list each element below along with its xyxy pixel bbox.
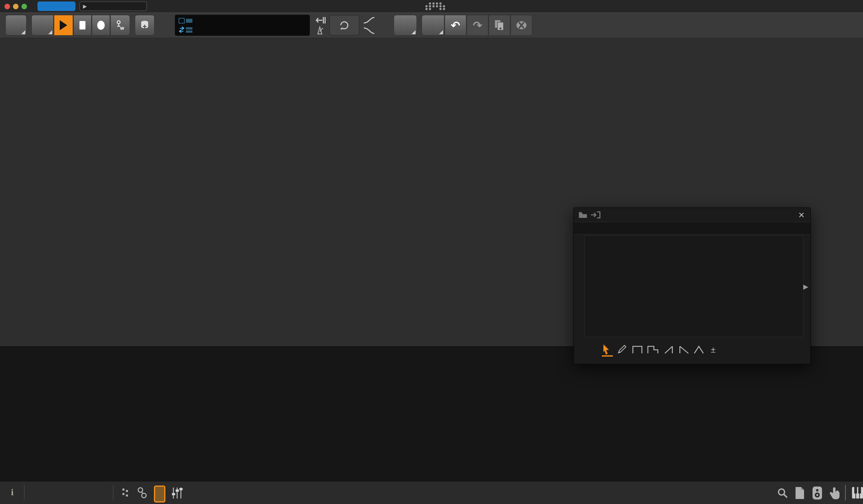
import-icon[interactable] — [590, 211, 600, 218]
stop-button[interactable] — [73, 15, 91, 36]
device-panel — [0, 346, 863, 482]
record-icon — [97, 21, 105, 30]
metronome-icon[interactable] — [314, 26, 325, 35]
piano-keyboard-icon[interactable] — [851, 487, 863, 499]
folder-icon[interactable] — [578, 211, 587, 218]
note-fx-icon[interactable] — [137, 487, 148, 499]
triangle-tool-icon[interactable] — [693, 345, 704, 354]
add-track-button[interactable] — [394, 15, 417, 36]
flame-titlebar[interactable]: ✕ — [574, 208, 810, 222]
ramp-down-tool-icon[interactable] — [678, 345, 689, 354]
traffic-zoom[interactable] — [22, 4, 27, 9]
loop-button[interactable] — [329, 15, 359, 36]
edit-menu-button[interactable] — [422, 15, 444, 36]
svg-text:w: w — [120, 25, 124, 31]
pointer-tool-icon[interactable] — [601, 344, 611, 355]
title-bar: ▶ — [0, 0, 863, 12]
punch-in-icon[interactable] — [314, 16, 326, 25]
step2-tool-icon[interactable] — [647, 345, 659, 354]
search-icon[interactable] — [777, 487, 789, 499]
flame-ruler[interactable] — [574, 222, 810, 235]
play-button[interactable] — [54, 15, 73, 36]
touch-icon[interactable] — [829, 487, 840, 500]
file-browser-icon[interactable] — [795, 487, 805, 500]
flame-curve-editor[interactable] — [585, 235, 803, 337]
project-tab[interactable]: ▶ — [79, 1, 147, 11]
delete-button[interactable] — [511, 15, 532, 36]
duplicate-button[interactable] — [489, 15, 510, 36]
fade-out-icon[interactable] — [363, 27, 375, 35]
dual-panel-icon[interactable] — [122, 488, 133, 499]
record-button[interactable] — [92, 15, 110, 36]
flame-step-arrow[interactable]: ▶ — [803, 283, 808, 291]
traffic-close[interactable] — [4, 4, 10, 9]
stop-icon — [79, 21, 86, 29]
flame-close-icon[interactable]: ✕ — [798, 210, 805, 220]
bitwig-window: ▶ w — [0, 0, 863, 504]
info-icon[interactable]: i — [11, 487, 13, 497]
fade-in-icon[interactable] — [363, 16, 375, 24]
flame-window[interactable]: ✕ ▶ ± — [573, 207, 811, 364]
overdub-button[interactable] — [135, 15, 154, 36]
step-tool-icon[interactable] — [632, 345, 643, 354]
file-menu-button[interactable] — [5, 15, 26, 36]
play-icon — [60, 20, 67, 30]
device-panel-toggle[interactable] — [154, 486, 165, 503]
transport-toolbar: w ↶ ↷ — [0, 12, 863, 39]
groove-icon — [178, 26, 193, 34]
cpu-icon — [178, 17, 193, 24]
monitor-speaker-icon[interactable] — [812, 486, 823, 500]
transport-display[interactable] — [175, 15, 310, 36]
undo-button[interactable]: ↶ — [445, 15, 466, 36]
traffic-minimize[interactable] — [13, 4, 18, 9]
flame-toolbar: ± — [574, 338, 810, 364]
mixer-panel-toggle[interactable] — [171, 487, 184, 500]
automation-write-button[interactable]: w — [110, 15, 130, 36]
essentials-badge[interactable] — [37, 1, 75, 11]
pencil-tool-icon[interactable] — [617, 344, 627, 354]
redo-button[interactable]: ↷ — [467, 15, 488, 36]
status-bar: i — [0, 481, 863, 504]
plusminus-tool-icon[interactable]: ± — [711, 345, 716, 355]
tab-play-icon: ▶ — [83, 3, 87, 9]
bitwig-logo-icon — [424, 1, 447, 11]
play-menu-button[interactable] — [32, 15, 53, 36]
ramp-up-tool-icon[interactable] — [664, 345, 675, 354]
